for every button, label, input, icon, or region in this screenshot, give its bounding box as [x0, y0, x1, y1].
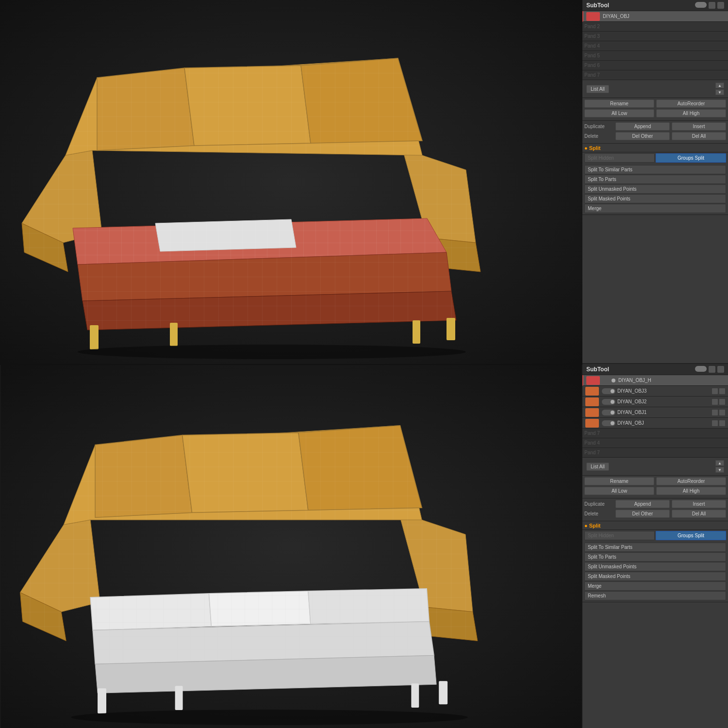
rename-row-bottom: Rename AutoReorder [584, 477, 726, 485]
split-hidden-btn-top[interactable]: Split Hidden [584, 153, 655, 163]
split-similar-btn-bottom[interactable]: Split To Similar Parts [584, 543, 726, 552]
auto-reorder-btn-top[interactable]: AutoReorder [656, 99, 726, 108]
subtool-item-bottom-3[interactable]: DIYAN_OBJ1 [582, 407, 728, 418]
merge-btn-top[interactable]: Merge [584, 204, 726, 213]
svg-marker-46 [182, 433, 308, 513]
level-row-top: All Low All High [584, 109, 726, 117]
phantom-row-1: Pand 2 [582, 22, 728, 32]
toggle-icon-top[interactable] [695, 2, 707, 8]
split-masked-btn-top[interactable]: Split Masked Points [584, 194, 726, 203]
main-container: SubTool DIYAN_OBJ Pand 2 Pand 3 Pand 4 P… [0, 0, 728, 728]
subtool-toggle-bottom-3[interactable] [602, 410, 615, 415]
rename-btn-bottom[interactable]: Rename [584, 477, 654, 485]
viewport-column [0, 0, 582, 728]
list-all-section-bottom: List All ▲ ▼ [582, 458, 728, 476]
split-parts-btn-top[interactable]: Split To Parts [584, 175, 726, 184]
close-icon-top[interactable] [717, 2, 724, 9]
subtool-name-bottom-3: DIYAN_OBJ1 [617, 410, 712, 415]
svg-marker-54 [308, 589, 429, 624]
eye-icon-4[interactable] [712, 420, 718, 426]
subtool-item-active-bottom-0[interactable]: DIYAN_OBJ_H [582, 375, 728, 386]
split-buttons-bottom: Split To Similar Parts Split To Parts Sp… [582, 542, 728, 602]
del-other-btn-bottom[interactable]: Del Other [615, 510, 670, 518]
subtool-item-active-top[interactable]: DIYAN_OBJ [582, 11, 728, 22]
phantom-row-b2: Pand 4 [582, 438, 728, 448]
append-btn-top[interactable]: Append [615, 122, 670, 131]
groups-split-btn-bottom[interactable]: Groups Split [656, 531, 726, 540]
settings-icon-bottom[interactable] [709, 366, 715, 373]
split-unmasked-btn-top[interactable]: Split Unmasked Points [584, 184, 726, 194]
toggle-icon-bottom[interactable] [695, 366, 707, 372]
split-title-top: ● Split [582, 144, 728, 152]
duplicate-row-bottom: Duplicate Append Insert [584, 500, 726, 508]
duplicate-label-bottom: Duplicate [584, 501, 613, 507]
svg-rect-27 [170, 323, 178, 346]
lock-icon-2[interactable] [719, 399, 725, 405]
subtool-header-top: SubTool [582, 0, 728, 11]
split-masked-btn-bottom[interactable]: Split Masked Points [584, 572, 726, 581]
subtool-title-bottom: SubTool [586, 366, 609, 373]
all-low-btn-bottom[interactable]: All Low [584, 487, 654, 495]
duplicate-section-top: Duplicate Append Insert Delete Del Other… [582, 121, 728, 144]
svg-rect-26 [90, 325, 99, 349]
lock-icon-0[interactable] [719, 378, 725, 383]
insert-btn-bottom[interactable]: Insert [672, 500, 726, 508]
all-high-btn-bottom[interactable]: All High [656, 487, 726, 495]
svg-point-30 [78, 345, 466, 359]
all-low-btn-top[interactable]: All Low [584, 109, 654, 117]
list-all-btn-bottom[interactable]: List All [586, 463, 609, 471]
eye-icon-0[interactable] [712, 378, 718, 383]
eye-icon-2[interactable] [712, 399, 718, 405]
svg-marker-15 [184, 66, 311, 146]
all-high-btn-top[interactable]: All High [656, 109, 726, 117]
down-arrow-btn-top[interactable]: ▼ [715, 89, 724, 95]
subtool-title-top: SubTool [586, 2, 609, 9]
subtool-icons-right-1 [712, 388, 725, 394]
subtool-toggle-bottom-1[interactable] [602, 388, 615, 394]
up-arrow-btn-top[interactable]: ▲ [715, 83, 724, 88]
groups-split-btn-top[interactable]: Groups Split [656, 153, 726, 163]
eye-icon-1[interactable] [712, 388, 718, 394]
svg-marker-50 [90, 594, 211, 630]
viewport-top[interactable] [0, 0, 582, 364]
list-all-btn-top[interactable]: List All [586, 85, 609, 93]
phantom-row-b3: Pand 7 [582, 448, 728, 458]
rename-btn-top[interactable]: Rename [584, 99, 654, 108]
close-icon-bottom[interactable] [717, 366, 724, 373]
split-unmasked-btn-bottom[interactable]: Split Unmasked Points [584, 562, 726, 571]
insert-btn-top[interactable]: Insert [672, 122, 726, 131]
viewport-bottom[interactable] [0, 364, 582, 728]
svg-rect-61 [411, 683, 419, 708]
list-all-row-top: List All ▲ ▼ [584, 82, 726, 96]
lock-icon-4[interactable] [719, 420, 725, 426]
split-buttons-top: Split To Similar Parts Split To Parts Sp… [582, 164, 728, 215]
subtool-item-bottom-1[interactable]: DIYAN_OBJ3 [582, 386, 728, 397]
del-all-btn-bottom[interactable]: Del All [672, 510, 726, 518]
duplicate-section-bottom: Duplicate Append Insert Delete Del Other… [582, 498, 728, 521]
subtool-thumb-bottom-2 [585, 397, 599, 406]
merge-btn-bottom[interactable]: Merge [584, 581, 726, 591]
lock-icon-3[interactable] [719, 410, 725, 415]
down-arrow-btn-bottom[interactable]: ▼ [715, 467, 724, 473]
subtool-toggle-bottom-2[interactable] [602, 399, 615, 405]
eye-icon-3[interactable] [712, 410, 718, 415]
append-btn-bottom[interactable]: Append [615, 500, 670, 508]
subtool-toggle-bottom-4[interactable] [602, 420, 615, 426]
del-all-btn-top[interactable]: Del All [672, 132, 726, 140]
phantom-row-3: Pand 4 [582, 41, 728, 51]
subtool-name-bottom-2: DIYAN_OBJ2 [617, 399, 712, 404]
subtool-toggle-bottom-0[interactable] [603, 378, 616, 383]
auto-reorder-btn-bottom[interactable]: AutoReorder [656, 477, 726, 485]
split-header-row-top: Split Hidden Groups Split [582, 152, 728, 164]
subtool-item-bottom-2[interactable]: DIYAN_OBJ2 [582, 397, 728, 407]
svg-rect-60 [175, 686, 183, 710]
up-arrow-btn-bottom[interactable]: ▲ [715, 460, 724, 466]
remesh-btn-bottom[interactable]: Remesh [584, 591, 726, 600]
settings-icon-top[interactable] [709, 2, 715, 9]
split-parts-btn-bottom[interactable]: Split To Parts [584, 552, 726, 562]
split-similar-btn-top[interactable]: Split To Similar Parts [584, 165, 726, 174]
subtool-item-bottom-4[interactable]: DIYAN_OBJ [582, 418, 728, 429]
lock-icon-1[interactable] [719, 388, 725, 394]
del-other-btn-top[interactable]: Del Other [615, 132, 670, 140]
split-hidden-btn-bottom[interactable]: Split Hidden [584, 531, 655, 540]
